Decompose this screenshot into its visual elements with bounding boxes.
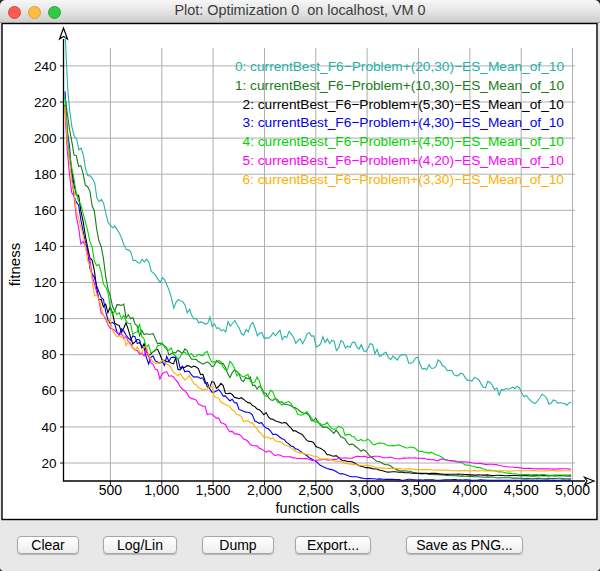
svg-text:60: 60 bbox=[41, 383, 56, 398]
svg-text:100: 100 bbox=[34, 311, 57, 326]
svg-text:80: 80 bbox=[41, 347, 56, 362]
svg-text:2,000: 2,000 bbox=[247, 482, 282, 498]
svg-text:4,500: 4,500 bbox=[504, 482, 539, 498]
svg-text:5: currentBest_F6−Problem+(4,2: 5: currentBest_F6−Problem+(4,20)−ES_Mean… bbox=[243, 153, 565, 168]
svg-text:2: currentBest_F6−Problem+(5,3: 2: currentBest_F6−Problem+(5,30)−ES_Mean… bbox=[243, 97, 565, 112]
svg-text:4,000: 4,000 bbox=[452, 482, 487, 498]
svg-text:5,000: 5,000 bbox=[555, 482, 590, 498]
svg-text:1,500: 1,500 bbox=[196, 482, 231, 498]
svg-text:3,500: 3,500 bbox=[401, 482, 436, 498]
svg-text:20: 20 bbox=[41, 456, 56, 471]
svg-text:fitness: fitness bbox=[6, 243, 23, 286]
svg-text:140: 140 bbox=[34, 239, 57, 254]
svg-text:4: currentBest_F6−Problem+(4,5: 4: currentBest_F6−Problem+(4,50)−ES_Mean… bbox=[243, 134, 565, 149]
svg-text:6: currentBest_F6−Problem+(3,3: 6: currentBest_F6−Problem+(3,30)−ES_Mean… bbox=[243, 172, 565, 187]
svg-text:120: 120 bbox=[34, 275, 57, 290]
svg-text:function calls: function calls bbox=[276, 500, 360, 516]
svg-text:2,500: 2,500 bbox=[298, 482, 333, 498]
svg-text:0: currentBest_F6−Problem+(20,: 0: currentBest_F6−Problem+(20,30)−ES_Mea… bbox=[235, 59, 564, 74]
svg-text:3: currentBest_F6−Problem+(4,3: 3: currentBest_F6−Problem+(4,30)−ES_Mean… bbox=[243, 115, 565, 130]
svg-text:180: 180 bbox=[34, 167, 57, 182]
svg-text:220: 220 bbox=[34, 95, 57, 110]
svg-text:500: 500 bbox=[99, 482, 123, 498]
svg-text:200: 200 bbox=[34, 131, 57, 146]
svg-text:1,000: 1,000 bbox=[144, 482, 179, 498]
svg-text:1: currentBest_F6−Problem+(10,: 1: currentBest_F6−Problem+(10,30)−ES_Mea… bbox=[235, 78, 564, 93]
svg-text:40: 40 bbox=[41, 420, 56, 435]
svg-text:160: 160 bbox=[34, 203, 57, 218]
svg-text:240: 240 bbox=[34, 59, 57, 74]
svg-text:3,000: 3,000 bbox=[350, 482, 385, 498]
